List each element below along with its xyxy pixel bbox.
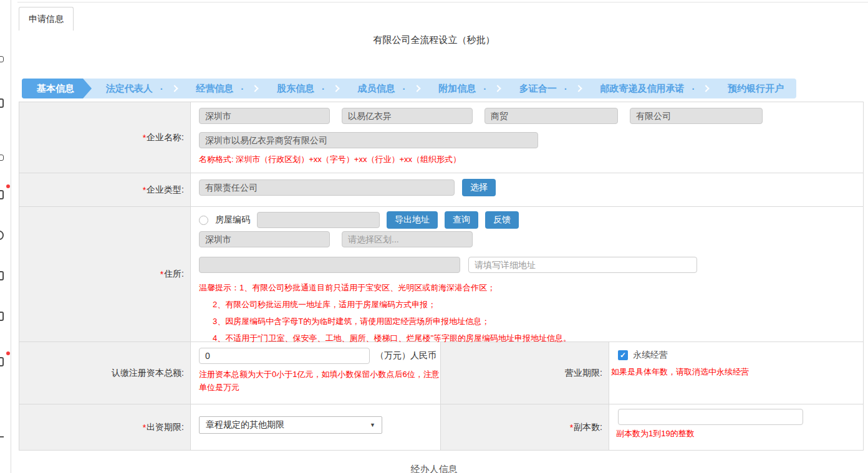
clipped-left-sidebar [0, 0, 11, 473]
row-company-type: * 企业类型: 有限责任公司 选择 [19, 173, 863, 207]
name-part-industry-input[interactable]: 商贸 [485, 108, 618, 124]
tab-application-info[interactable]: 申请信息 [19, 7, 74, 31]
step-bank-account[interactable]: 预约银行开户 [723, 83, 796, 95]
copies-input[interactable] [618, 409, 803, 425]
business-term-hint: 如果是具体年数，请取消选中永续经营 [611, 366, 857, 378]
required-asterisk: * [143, 133, 146, 143]
name-part-brand-input[interactable]: 以易亿衣异 [342, 108, 473, 124]
perpetual-operation-label: 永续经营 [633, 350, 668, 361]
sidebar-icon-fragment [0, 155, 4, 161]
tab-label: 申请信息 [29, 14, 64, 25]
row-capital-term: 认缴注册资本总额: （万元）人民币 注册资本总额为大于0小于1亿元，如填小数保留… [19, 342, 863, 404]
chevron-right-icon [575, 85, 582, 92]
page-title: 有限公司全流程设立（秒批） [0, 34, 868, 46]
address-street-input[interactable] [199, 257, 460, 273]
step-postal-credit[interactable]: 邮政寄递及信用承诺 · [595, 83, 713, 95]
address-hint-1: 温馨提示：1、有限公司秒批通道目前只适用于宝安区、光明区或前海深港合作区； [199, 279, 856, 296]
address-district-select[interactable]: 请选择区划... [342, 231, 473, 247]
chevron-right-icon [171, 85, 178, 92]
required-asterisk: * [570, 423, 573, 432]
sidebar-icon-fragment [0, 436, 4, 437]
top-divider [17, 2, 868, 2]
chevron-right-icon [494, 85, 501, 92]
address-hint-2: 2、有限公司秒批运用统一地址库，适用于房屋编码方式申报； [199, 296, 856, 313]
business-term-label: 营业期限: [440, 342, 609, 404]
copies-label: * 副本数: [440, 404, 609, 450]
basic-info-form: * 企业名称: 深圳市 以易亿衣异 商贸 有限公司 深圳市以易亿衣异商贸有限公司… [19, 102, 864, 451]
sidebar-icon-fragment [0, 312, 4, 321]
notification-dot [6, 184, 10, 188]
chevron-right-icon [332, 85, 339, 92]
sidebar-icon-fragment [0, 98, 4, 108]
house-code-radio[interactable] [199, 216, 208, 225]
address-city-input[interactable]: 深圳市 [199, 231, 330, 247]
sidebar-icon-fragment [0, 231, 4, 240]
capital-hint: 注册资本总额为大于0小于1亿元，如填小数保留小数点后6位，注意单位是万元 [199, 368, 443, 394]
wizard-steps: 基本信息 法定代表人 · 经营信息 · 股东信息 · 成员信息 · 附加信息 ·… [22, 79, 796, 98]
sidebar-icon-fragment [0, 357, 4, 366]
row-term-copies: * 出资期限: 章程规定的其他期限 ▼ * 副本数: 副本数为1到19的整数 [19, 404, 863, 451]
select-type-button[interactable]: 选择 [462, 179, 496, 196]
select-dropdown-icon: ▼ [370, 422, 375, 428]
query-button[interactable]: 查询 [445, 211, 478, 229]
required-asterisk: * [160, 269, 163, 279]
notification-dot [6, 351, 10, 355]
name-format-hint: 名称格式: 深圳市（行政区划）+xx（字号）+xx（行业）+xx（组织形式） [199, 154, 856, 165]
feedback-button[interactable]: 反馈 [485, 211, 519, 229]
capital-unit: （万元）人民币 [375, 350, 436, 361]
sidebar-icon-fragment [0, 190, 4, 199]
company-full-name-input[interactable]: 深圳市以易亿衣异商贸有限公司 [199, 132, 538, 148]
address-hint-3: 3、因房屋编码中含字母T的为临时建筑，请使用固定经营场所申报地址信息； [199, 313, 856, 330]
step-legal-representative[interactable]: 法定代表人 · [101, 83, 182, 95]
name-part-orgform-input[interactable]: 有限公司 [630, 108, 763, 124]
required-asterisk: * [143, 185, 146, 195]
house-code-input[interactable] [257, 212, 380, 228]
row-address: * 住所: 房屋编码 导出地址 查询 反馈 深圳市 请选择区划... 温馨提示：… [19, 207, 863, 342]
step-business-info[interactable]: 经营信息 · [191, 83, 263, 95]
company-type-label: * 企业类型: [19, 173, 191, 206]
chevron-right-icon [703, 85, 710, 92]
company-name-label: * 企业名称: [19, 102, 191, 173]
address-detail-input[interactable] [468, 257, 697, 273]
house-code-radio-label: 房屋编码 [215, 214, 250, 226]
step-basic-info[interactable]: 基本信息 [22, 79, 92, 98]
required-asterisk: * [143, 423, 146, 432]
name-part-city-input[interactable]: 深圳市 [199, 108, 330, 124]
contribution-term-select[interactable]: 章程规定的其他期限 ▼ [199, 416, 382, 434]
export-address-button[interactable]: 导出地址 [387, 211, 438, 229]
copies-hint: 副本数为1到19的整数 [611, 428, 857, 439]
step-multi-cert[interactable]: 多证合一 · [514, 83, 586, 95]
step-additional-info[interactable]: 附加信息 · [433, 83, 505, 95]
chevron-right-icon [413, 85, 420, 92]
sidebar-icon-fragment [0, 271, 4, 280]
chevron-right-icon [252, 85, 259, 92]
address-label: * 住所: [19, 207, 191, 342]
perpetual-operation-checkbox[interactable]: ✓ [618, 350, 628, 360]
contribution-term-label: * 出资期限: [19, 404, 191, 450]
company-type-input[interactable]: 有限责任公司 [199, 179, 455, 196]
sidebar-icon-fragment [0, 56, 4, 62]
capital-label: 认缴注册资本总额: [19, 342, 191, 404]
next-section-title: 经办人信息 [0, 464, 868, 473]
capital-input[interactable] [199, 348, 370, 364]
step-shareholder-info[interactable]: 股东信息 · [272, 83, 344, 95]
row-company-name: * 企业名称: 深圳市 以易亿衣异 商贸 有限公司 深圳市以易亿衣异商贸有限公司… [19, 102, 863, 173]
step-member-info[interactable]: 成员信息 · [353, 83, 425, 95]
